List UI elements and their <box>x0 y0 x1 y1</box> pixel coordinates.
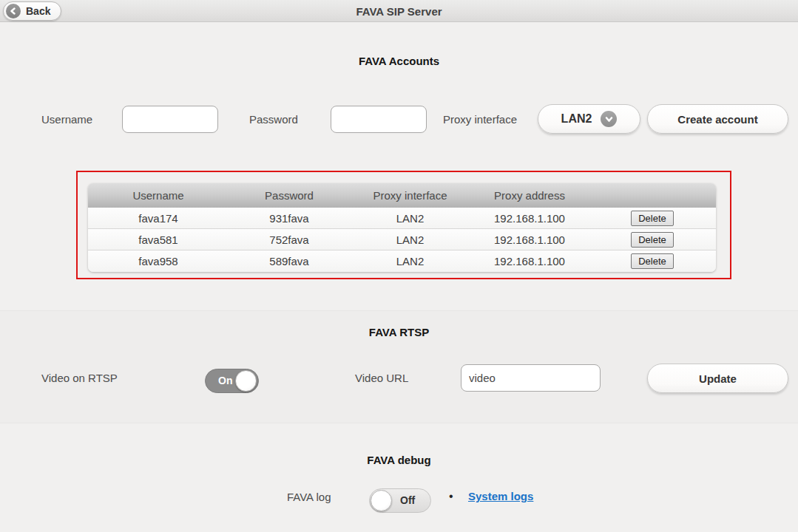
cell-proxy-address: 192.168.1.100 <box>470 212 589 225</box>
fava-sip-server-page: Back FAVA SIP Server FAVA Accounts Usern… <box>0 0 798 532</box>
toggle-knob <box>371 490 392 511</box>
video-url-input[interactable] <box>461 364 601 392</box>
cell-proxy-interface: LAN2 <box>350 212 470 225</box>
video-on-rtsp-toggle[interactable]: On <box>205 369 259 393</box>
cell-proxy-address: 192.168.1.100 <box>470 255 589 267</box>
delete-button[interactable]: Delete <box>631 232 674 248</box>
cell-username: fava958 <box>88 255 229 267</box>
header-bar: Back FAVA SIP Server <box>0 0 798 22</box>
col-header-proxy-interface: Proxy interface <box>350 189 470 202</box>
chevron-down-icon <box>601 111 617 127</box>
system-logs-link[interactable]: System logs <box>468 490 533 502</box>
page-title: FAVA SIP Server <box>0 5 798 18</box>
update-button[interactable]: Update <box>647 364 788 393</box>
username-label: Username <box>41 113 92 126</box>
cell-password: 589fava <box>229 255 350 267</box>
proxy-interface-selected-value: LAN2 <box>561 112 592 126</box>
table-row: fava581 752fava LAN2 192.168.1.100 Delet… <box>88 229 716 250</box>
create-account-button[interactable]: Create account <box>647 104 788 134</box>
fava-log-label: FAVA log <box>287 491 331 503</box>
password-input[interactable] <box>331 106 427 133</box>
rtsp-heading: FAVA RTSP <box>0 326 798 338</box>
table-row: fava958 589fava LAN2 192.168.1.100 Delet… <box>88 250 716 272</box>
cell-proxy-interface: LAN2 <box>350 233 470 246</box>
accounts-table-highlight: Username Password Proxy interface Proxy … <box>76 171 731 279</box>
fava-log-toggle[interactable]: Off <box>369 488 431 513</box>
toggle-state-label: On <box>218 375 232 386</box>
cell-proxy-interface: LAN2 <box>350 255 470 267</box>
accounts-heading: FAVA Accounts <box>0 55 798 67</box>
video-on-rtsp-label: Video on RTSP <box>41 372 118 384</box>
proxy-interface-label: Proxy interface <box>443 113 517 126</box>
cell-password: 752fava <box>229 233 350 246</box>
proxy-interface-select[interactable]: LAN2 <box>538 104 640 134</box>
username-input[interactable] <box>122 106 218 133</box>
col-header-password: Password <box>229 189 350 202</box>
cell-password: 931fava <box>229 212 350 225</box>
delete-button[interactable]: Delete <box>631 211 674 226</box>
col-header-proxy-address: Proxy address <box>470 189 589 202</box>
accounts-table-header-row: Username Password Proxy interface Proxy … <box>88 183 716 208</box>
delete-button[interactable]: Delete <box>631 253 674 269</box>
table-row: fava174 931fava LAN2 192.168.1.100 Delet… <box>88 208 716 229</box>
cell-username: fava174 <box>88 212 229 225</box>
toggle-knob <box>235 370 257 392</box>
bullet-separator: • <box>449 490 453 503</box>
password-label: Password <box>249 113 298 126</box>
video-url-label: Video URL <box>355 372 408 384</box>
cell-username: fava581 <box>88 233 229 246</box>
col-header-username: Username <box>88 189 229 202</box>
cell-proxy-address: 192.168.1.100 <box>470 233 589 246</box>
accounts-table: Username Password Proxy interface Proxy … <box>88 183 716 272</box>
debug-heading: FAVA debug <box>0 454 798 466</box>
toggle-state-label: Off <box>400 494 415 506</box>
